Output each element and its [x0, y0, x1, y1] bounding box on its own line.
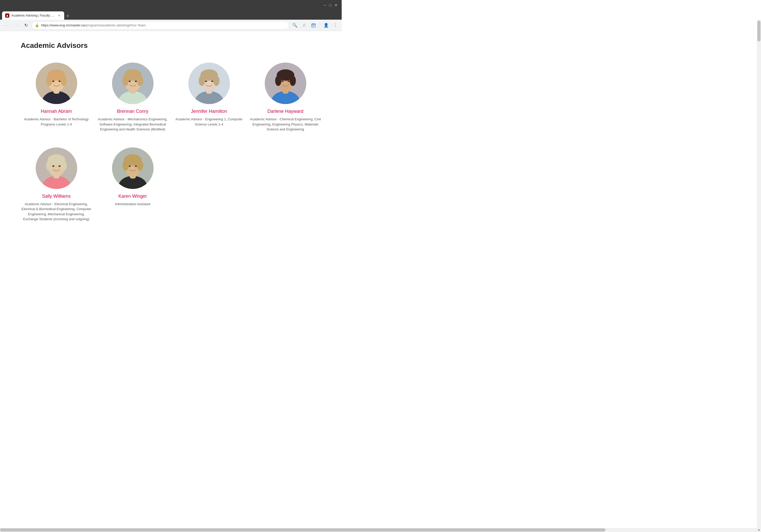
svg-point-23: [135, 80, 137, 82]
page-content: Academic Advisors Hannah Abram Academic …: [0, 31, 342, 254]
active-tab[interactable]: Academic Advising | Faculty of E... ✕: [2, 11, 64, 20]
svg-point-29: [199, 76, 205, 86]
browser-titlebar: ─ □ ✕: [0, 0, 342, 10]
toolbar-icons: 🔍 ☆ 👤 ⋮: [291, 21, 340, 29]
svg-point-14: [58, 80, 61, 82]
svg-point-41: [288, 80, 290, 82]
close-button[interactable]: ✕: [334, 3, 337, 7]
svg-marker-0: [6, 15, 8, 17]
svg-point-21: [137, 76, 143, 86]
svg-point-59: [135, 165, 137, 167]
svg-point-57: [137, 160, 143, 171]
advisors-grid-row2: Sally Williams Academic Advisor - Electr…: [21, 147, 321, 222]
svg-point-39: [290, 76, 296, 86]
browser-toolbar: ← → ↻ 🔒 https://www.eng.mcmaster.ca/prog…: [0, 20, 342, 31]
url-display: https://www.eng.mcmaster.ca/programs/aca…: [41, 23, 146, 27]
svg-point-50: [58, 165, 61, 167]
svg-point-13: [52, 80, 54, 82]
svg-point-31: [205, 80, 207, 82]
advisor-card-brennan: Brennan Conry Academic Advisor - Mechatr…: [97, 63, 168, 132]
advisor-card-hannah: Hannah Abram Academic Advisor - Bachelor…: [21, 63, 92, 132]
svg-point-40: [281, 80, 283, 82]
advisor-role-sally: Academic Advisor - Electrical Engineerin…: [21, 201, 92, 222]
toolbar-divider: [320, 23, 320, 28]
advisor-avatar-brennan: [112, 63, 153, 104]
svg-point-30: [213, 76, 219, 86]
tab-close-button[interactable]: ✕: [57, 14, 61, 18]
browser-tabs: Academic Advising | Faculty of E... ✕ +: [0, 10, 342, 20]
advisor-role-darlene: Academic Advisor - Chemical Engineering,…: [250, 117, 321, 132]
calendar-icon[interactable]: [309, 21, 318, 29]
profile-icon[interactable]: 👤: [322, 21, 330, 29]
svg-point-20: [122, 76, 129, 86]
svg-rect-2: [313, 23, 313, 24]
advisor-name-hannah[interactable]: Hannah Abram: [41, 109, 72, 114]
advisor-name-darlene[interactable]: Darlene Hayward: [267, 109, 303, 114]
svg-point-49: [52, 165, 54, 167]
advisor-name-karen[interactable]: Karen Winger: [118, 193, 147, 199]
advisor-avatar-sally: [36, 147, 77, 189]
svg-point-12: [61, 76, 67, 86]
address-bar[interactable]: 🔒 https://www.eng.mcmaster.ca/programs/a…: [31, 21, 289, 29]
advisor-avatar-karen: [112, 147, 153, 189]
advisors-grid-row1: Hannah Abram Academic Advisor - Bachelor…: [21, 63, 321, 132]
tab-title: Academic Advising | Faculty of E...: [11, 14, 55, 17]
advisor-avatar-jennifer: [189, 63, 230, 104]
svg-point-58: [129, 165, 131, 167]
svg-point-22: [129, 80, 131, 82]
back-button[interactable]: ←: [2, 21, 10, 29]
advisor-role-jennifer: Academic Advisor - Engineering 1, Comput…: [173, 117, 245, 127]
advisor-role-karen: Administrative Assistant: [115, 201, 150, 207]
page-title: Academic Advisors: [21, 41, 321, 50]
svg-point-38: [275, 76, 281, 86]
svg-rect-3: [314, 23, 315, 24]
advisor-role-hannah: Academic Advisor - Bachelor of Technolog…: [21, 117, 92, 127]
advisor-card-sally: Sally Williams Academic Advisor - Electr…: [21, 147, 92, 222]
advisor-card-jennifer: Jennifer Hamilton Academic Advisor - Eng…: [173, 63, 245, 132]
advisor-card-darlene: Darlene Hayward Academic Advisor - Chemi…: [250, 63, 321, 132]
browser-chrome: ─ □ ✕ Academic Advising | Faculty of E..…: [0, 0, 342, 31]
advisor-name-jennifer[interactable]: Jennifer Hamilton: [191, 109, 227, 114]
tab-favicon: [5, 14, 9, 18]
svg-point-56: [122, 160, 129, 171]
svg-point-47: [46, 160, 52, 171]
maximize-button[interactable]: □: [329, 3, 331, 7]
refresh-button[interactable]: ↻: [22, 21, 30, 29]
advisor-name-sally[interactable]: Sally Williams: [42, 193, 71, 199]
svg-rect-5: [313, 26, 314, 26]
svg-point-32: [211, 80, 213, 82]
lock-icon: 🔒: [35, 23, 39, 27]
advisor-role-brennan: Academic Advisor - Mechatronics Engineer…: [97, 117, 168, 132]
bookmark-icon[interactable]: ☆: [300, 21, 308, 29]
minimize-button[interactable]: ─: [323, 3, 326, 7]
advisor-name-brennan[interactable]: Brennan Conry: [117, 109, 148, 114]
advisor-avatar-darlene: [265, 63, 306, 104]
menu-icon[interactable]: ⋮: [331, 21, 340, 29]
new-tab-button[interactable]: +: [64, 12, 72, 20]
search-icon[interactable]: 🔍: [291, 21, 299, 29]
forward-button[interactable]: →: [12, 21, 20, 29]
svg-point-11: [46, 76, 52, 86]
svg-point-48: [61, 160, 67, 171]
advisor-avatar-hannah: [36, 63, 77, 104]
advisor-card-karen: Karen Winger Administrative Assistant: [97, 147, 168, 222]
